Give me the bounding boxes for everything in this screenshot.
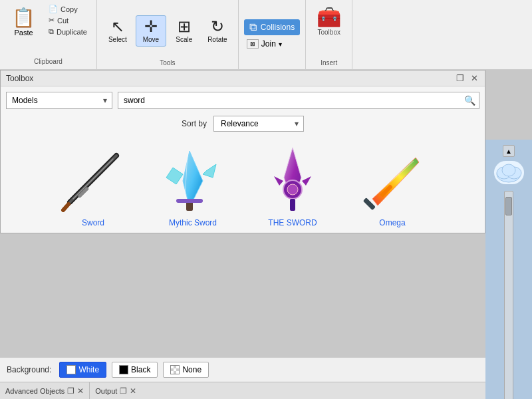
list-item[interactable]: Omega: [346, 142, 439, 227]
toolbox-close-button[interactable]: ✕: [469, 73, 479, 83]
scale-button[interactable]: ⊞ Scale: [169, 16, 200, 46]
cut-label: Cut: [57, 17, 68, 25]
collisions-button[interactable]: ⧉ Collisions: [244, 19, 300, 35]
copy-icon: 📄: [49, 5, 58, 13]
search-button[interactable]: 🔍: [464, 95, 475, 106]
duplicate-label: Duplicate: [57, 28, 87, 36]
collisions-icon: ⧉: [249, 21, 257, 33]
collisions-section: ⧉ Collisions ⊠ Join ▾: [239, 0, 306, 69]
clipboard-section: 📋 Paste 📄 Copy ✂ Cut ⧉ Duplicate Clipboa…: [0, 0, 97, 69]
white-swatch: [66, 365, 76, 374]
toolbox-body: Models Decals Meshes Audio Images 🔍: [1, 86, 485, 233]
cloud-svg: [494, 161, 524, 184]
duplicate-button[interactable]: ⧉ Duplicate: [46, 27, 90, 37]
item-label: THE SWORD: [268, 218, 317, 227]
none-swatch: [170, 365, 180, 374]
scroll-thumb[interactable]: [505, 197, 512, 215]
paste-button[interactable]: 📋 Paste: [7, 4, 41, 39]
svg-rect-12: [290, 199, 295, 211]
cloud-icon: [494, 161, 524, 184]
toolbox-label: Toolbox: [317, 29, 340, 36]
clipboard-label: Clipboard: [7, 58, 90, 65]
background-bar: Background: White Black None: [0, 357, 485, 382]
toolbox-wrapper: Toolbox ❐ ✕ Models Decals Meshes Audio: [0, 70, 485, 399]
collisions-label: Collisions: [261, 23, 295, 32]
search-wrapper: 🔍: [118, 92, 479, 109]
toolbar: 📋 Paste 📄 Copy ✂ Cut ⧉ Duplicate Clipboa…: [0, 0, 532, 70]
join-label: Join: [261, 39, 276, 49]
advanced-objects-restore-button[interactable]: ❐: [67, 386, 74, 396]
sort-label: Sort by: [182, 119, 207, 128]
bg-white-button[interactable]: White: [59, 362, 106, 378]
sword-svg: [57, 146, 130, 212]
the-sword-image: [249, 142, 336, 215]
svg-line-15: [375, 161, 414, 196]
bg-white-label: White: [78, 365, 99, 374]
svg-point-19: [502, 164, 515, 176]
main-content: Toolbox ❐ ✕ Models Decals Meshes Audio: [0, 70, 532, 399]
cut-button[interactable]: ✂ Cut: [46, 15, 90, 25]
output-restore-button[interactable]: ❐: [120, 386, 127, 396]
copy-button[interactable]: 📄 Copy: [46, 4, 90, 14]
toolbox-restore-button[interactable]: ❐: [455, 73, 466, 83]
toolbox-icon: 🧰: [317, 5, 341, 29]
item-label: Sword: [82, 218, 104, 227]
scale-label: Scale: [176, 36, 192, 43]
output-close-button[interactable]: ✕: [130, 386, 136, 396]
mythic-sword-svg: [153, 144, 233, 214]
category-select[interactable]: Models Decals Meshes Audio Images: [6, 92, 112, 109]
scroll-up-button[interactable]: ▲: [503, 145, 515, 157]
move-icon: ✛: [144, 19, 158, 35]
scroll-track: [504, 191, 513, 399]
tools-section-label: Tools: [160, 59, 175, 66]
move-button[interactable]: ✛ Move: [136, 15, 166, 47]
list-item[interactable]: THE SWORD: [246, 142, 339, 227]
svg-line-3: [63, 204, 68, 210]
background-label: Background:: [7, 365, 51, 374]
rotate-label: Rotate: [207, 36, 227, 43]
sort-select[interactable]: Relevance Most Visited Recently Updated: [213, 116, 304, 132]
search-row: Models Decals Meshes Audio Images 🔍: [6, 92, 479, 109]
rotate-icon: ↻: [211, 19, 224, 35]
items-grid: Sword: [6, 142, 479, 227]
select-label: Select: [108, 36, 127, 43]
bg-black-button[interactable]: Black: [112, 362, 158, 378]
svg-marker-6: [203, 164, 216, 178]
toolbox-header: Toolbox ❐ ✕: [1, 70, 485, 86]
omega-image: [349, 142, 436, 215]
item-label: Mythic Sword: [169, 218, 217, 227]
join-icon: ⊠: [247, 39, 259, 49]
advanced-objects-label: Advanced Objects: [5, 387, 65, 395]
output-section: Output ❐ ✕: [90, 382, 485, 399]
item-label: Omega: [379, 218, 405, 227]
black-swatch: [119, 365, 128, 374]
category-wrapper: Models Decals Meshes Audio Images: [6, 92, 112, 109]
advanced-objects-close-button[interactable]: ✕: [77, 386, 84, 396]
svg-point-11: [287, 184, 298, 195]
toolbox-panel: Toolbox ❐ ✕ Models Decals Meshes Audio: [0, 70, 485, 233]
right-panel: ▲ ▼: [485, 140, 532, 399]
insert-label: Insert: [321, 59, 337, 66]
svg-line-4: [73, 159, 113, 199]
toolbox-title: Toolbox: [6, 74, 33, 83]
copy-label: Copy: [61, 5, 78, 13]
join-dropdown-icon[interactable]: ▾: [279, 41, 282, 48]
select-button[interactable]: ↖ Select: [102, 16, 133, 46]
sword-image: [50, 142, 136, 215]
move-label: Move: [143, 36, 159, 43]
sort-row: Sort by Relevance Most Visited Recently …: [6, 116, 479, 132]
rotate-button[interactable]: ↻ Rotate: [202, 16, 233, 46]
insert-section: 🧰 Toolbox Insert: [306, 0, 352, 69]
duplicate-icon: ⧉: [49, 27, 54, 36]
scale-icon: ⊞: [178, 19, 191, 35]
advanced-objects-section: Advanced Objects ❐ ✕: [0, 382, 90, 399]
bg-none-button[interactable]: None: [163, 362, 209, 378]
paste-label: Paste: [14, 29, 33, 37]
list-item[interactable]: Mythic Sword: [146, 142, 239, 227]
list-item[interactable]: Sword: [47, 142, 140, 227]
toolbox-button[interactable]: 🧰 Toolbox: [314, 3, 344, 39]
search-input[interactable]: [118, 92, 479, 109]
the-sword-svg: [259, 144, 326, 214]
status-bar: Advanced Objects ❐ ✕ Output ❐ ✕: [0, 382, 485, 399]
join-row: ⊠ Join ▾: [244, 38, 300, 50]
